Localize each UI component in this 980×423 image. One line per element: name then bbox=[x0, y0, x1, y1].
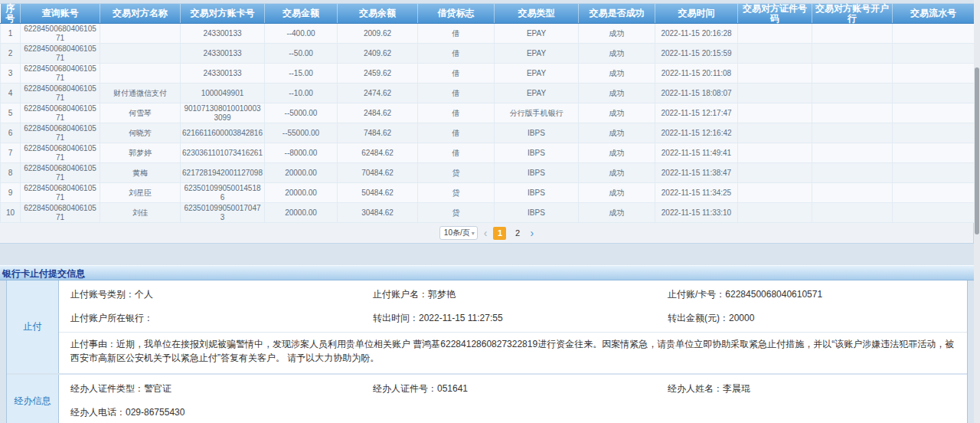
cell: 成功 bbox=[579, 183, 655, 203]
cell: EPAY bbox=[495, 44, 579, 64]
handler-group-label: 经办信息 bbox=[7, 375, 59, 423]
handler-field-rows: 经办人证件类型：警官证经办人证件号：051641经办人姓名：李晨琨经办人电话：0… bbox=[59, 377, 967, 423]
cell bbox=[812, 183, 893, 203]
cell bbox=[738, 84, 812, 103]
cell: 6216611600003842816 bbox=[181, 123, 265, 143]
table-row[interactable]: 96228450068040610571刘星臣62350109905001451… bbox=[1, 183, 975, 203]
cell: 62484.62 bbox=[338, 143, 418, 163]
field bbox=[668, 406, 959, 419]
pagination-pages: 12 bbox=[493, 227, 524, 240]
cell: 借 bbox=[418, 84, 495, 103]
cell bbox=[738, 103, 812, 123]
column-header: 交易时间 bbox=[655, 4, 738, 24]
cell bbox=[738, 24, 812, 44]
cell: 243300133 bbox=[181, 24, 265, 44]
cell: 243300133 bbox=[181, 64, 265, 84]
table-row[interactable]: 76228450068040610571郭梦婷62303611010734162… bbox=[1, 143, 975, 163]
cell: 6228450068040610571 bbox=[21, 103, 100, 123]
table-row[interactable]: 66228450068040610571何晓芳62166116000038428… bbox=[1, 123, 975, 143]
table-row[interactable]: 106228450068040610571刘佳62350109905001704… bbox=[1, 203, 975, 223]
cell bbox=[100, 64, 181, 84]
cell: 2409.62 bbox=[338, 44, 418, 64]
field: 经办人电话：029-86755430 bbox=[70, 406, 373, 419]
cell bbox=[893, 203, 975, 223]
chevron-down-icon: ▾ bbox=[472, 230, 475, 237]
transactions-panel: 序号查询账号交易对方名称交易对方账卡号交易金额交易余额借贷标志交易类型交易是否成… bbox=[0, 3, 974, 244]
cell: 7 bbox=[1, 143, 21, 163]
table-row[interactable]: 56228450068040610571何雪琴90107130801001000… bbox=[1, 103, 975, 123]
column-header: 交易对方账卡号 bbox=[181, 4, 265, 24]
cell: EPAY bbox=[495, 24, 579, 44]
cell bbox=[812, 103, 893, 123]
cell bbox=[893, 64, 975, 84]
cell bbox=[738, 44, 812, 64]
table-row[interactable]: 46228450068040610571财付通微信支付1000049901--1… bbox=[1, 84, 975, 103]
column-header: 借贷标志 bbox=[418, 4, 495, 24]
cell: 8 bbox=[1, 163, 21, 183]
table-row[interactable]: 86228450068040610571黄梅621728194200112709… bbox=[1, 163, 975, 183]
cell bbox=[812, 203, 893, 223]
cell bbox=[812, 84, 893, 103]
next-page-button[interactable]: › bbox=[530, 228, 534, 238]
stop-payment-group-label: 止付 bbox=[7, 280, 59, 373]
cell bbox=[893, 143, 975, 163]
cell: 借 bbox=[418, 44, 495, 64]
cell: 借 bbox=[418, 64, 495, 84]
cell: 何晓芳 bbox=[100, 123, 181, 143]
vertical-scrollbar-track[interactable] bbox=[974, 0, 980, 423]
cell: 贷 bbox=[418, 203, 495, 223]
stop-payment-section-body: 止付 止付账号类别：个人止付账户名：郭梦艳止付账/卡号：622845006804… bbox=[6, 280, 968, 423]
cell bbox=[738, 64, 812, 84]
table-row[interactable]: 36228450068040610571243300133--15.002459… bbox=[1, 64, 975, 84]
stop-payment-group: 止付 止付账号类别：个人止付账户名：郭梦艳止付账/卡号：622845006804… bbox=[7, 280, 967, 373]
field: 转出时间：2022-11-15 11:27:55 bbox=[373, 312, 668, 325]
page-button[interactable]: 1 bbox=[493, 227, 506, 240]
cell: 30484.62 bbox=[338, 203, 418, 223]
cell: 郭梦婷 bbox=[100, 143, 181, 163]
cell: 刘星臣 bbox=[100, 183, 181, 203]
cell: 财付通微信支付 bbox=[100, 84, 181, 103]
cell: 1 bbox=[1, 24, 21, 44]
cell: 70484.62 bbox=[338, 163, 418, 183]
stop-payment-reason: 止付事由：近期，我单位在接报刘妮被骗警情中，发现涉案人员利用贵单位相关账户 曹鸿… bbox=[59, 332, 967, 371]
cell bbox=[893, 123, 975, 143]
cell bbox=[893, 44, 975, 64]
cell bbox=[893, 84, 975, 103]
transactions-table: 序号查询账号交易对方名称交易对方账卡号交易金额交易余额借贷标志交易类型交易是否成… bbox=[0, 4, 975, 223]
cell: 4 bbox=[1, 84, 21, 103]
cell: 6228450068040610571 bbox=[21, 84, 100, 103]
cell bbox=[738, 183, 812, 203]
field: 经办人姓名：李晨琨 bbox=[668, 382, 959, 395]
cell: IBPS bbox=[495, 143, 579, 163]
stop-payment-field-rows: 止付账号类别：个人止付账户名：郭梦艳止付账/卡号：622845006804061… bbox=[59, 283, 967, 330]
table-row[interactable]: 26228450068040610571243300133--50.002409… bbox=[1, 44, 975, 64]
cell: IBPS bbox=[495, 183, 579, 203]
vertical-scrollbar-thumb[interactable] bbox=[975, 67, 979, 234]
field-row: 止付账户所在银行：转出时间：2022-11-15 11:27:55转出金额(元)… bbox=[59, 307, 967, 330]
cell: 3 bbox=[1, 64, 21, 84]
page-button[interactable]: 2 bbox=[511, 227, 524, 240]
cell: 2022-11-15 11:38:47 bbox=[655, 163, 738, 183]
cell: 成功 bbox=[579, 203, 655, 223]
page-size-select[interactable]: 10条/页 ▾ bbox=[439, 226, 478, 240]
field-row: 止付账号类别：个人止付账户名：郭梦艳止付账/卡号：622845006804061… bbox=[59, 283, 967, 307]
field-row: 经办人证件类型：警官证经办人证件号：051641经办人姓名：李晨琨 bbox=[59, 377, 967, 401]
cell: 6228450068040610571 bbox=[21, 203, 100, 223]
cell: 6235010990500170473 bbox=[181, 203, 265, 223]
cell: 2459.62 bbox=[338, 64, 418, 84]
cell: EPAY bbox=[495, 84, 579, 103]
cell: 2022-11-15 20:11:08 bbox=[655, 64, 738, 84]
column-header: 交易是否成功 bbox=[579, 4, 655, 24]
cell: 6230361101073416261 bbox=[181, 143, 265, 163]
cell: --50.00 bbox=[265, 44, 338, 64]
cell: IBPS bbox=[495, 203, 579, 223]
cell: 243300133 bbox=[181, 44, 265, 64]
stop-payment-fields: 止付账号类别：个人止付账户名：郭梦艳止付账/卡号：622845006804061… bbox=[59, 280, 967, 373]
cell: IBPS bbox=[495, 163, 579, 183]
cell: 成功 bbox=[579, 64, 655, 84]
cell: 2022-11-15 11:49:41 bbox=[655, 143, 738, 163]
prev-page-button[interactable]: ‹ bbox=[484, 228, 488, 238]
column-header: 交易对方账号开户行 bbox=[812, 4, 893, 24]
cell: 6 bbox=[1, 123, 21, 143]
table-row[interactable]: 16228450068040610571243300133--400.00200… bbox=[1, 24, 975, 44]
